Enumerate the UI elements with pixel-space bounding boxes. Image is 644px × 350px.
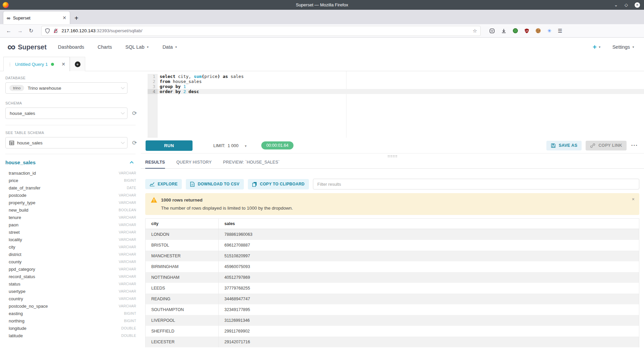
table-row[interactable]: LIVERPOOL31126991346 (146, 315, 639, 326)
schema-column-row[interactable]: countyVARCHAR (9, 258, 136, 265)
schema-column-row[interactable]: paonVARCHAR (9, 221, 136, 228)
superset-brand[interactable]: ∞ Superset (7, 42, 47, 51)
nav-item-sql-lab[interactable]: SQL Lab▼ (125, 44, 149, 50)
schema-select[interactable]: house_sales (5, 107, 127, 119)
explore-button[interactable]: EXPLORE (145, 179, 182, 189)
drag-handle-icon[interactable]: ⋮ (8, 62, 12, 67)
alert-close-icon[interactable]: × (632, 196, 635, 202)
run-button[interactable]: RUN (146, 140, 193, 151)
menu-hamburger-icon[interactable]: ☰ (558, 28, 562, 33)
schema-column-row[interactable]: usertypeVARCHAR (9, 288, 136, 295)
window-maximize-icon[interactable]: ◇ (625, 3, 628, 7)
table-select[interactable]: house_sales (5, 137, 127, 148)
add-query-tab-button[interactable]: + (70, 57, 85, 71)
schema-column-row[interactable]: postcodeVARCHAR (9, 191, 136, 199)
schema-column-row[interactable]: northingBIGINT (9, 317, 136, 324)
add-new-button[interactable]: +▼ (593, 43, 601, 51)
table-row[interactable]: SOUTHAMPTON32349177895 (146, 304, 639, 315)
shield-icon[interactable] (45, 28, 50, 34)
url-bar[interactable]: 217.160.120.143:32393/superset/sqllab/ ☆ (41, 26, 481, 36)
pocket-icon[interactable] (489, 28, 495, 34)
column-header-city[interactable]: city (146, 219, 219, 229)
schema-column-row[interactable]: streetVARCHAR (9, 228, 136, 236)
forward-icon[interactable]: → (17, 28, 23, 34)
privacy-extension-icon[interactable] (513, 28, 518, 33)
table-title[interactable]: house_sales (5, 160, 36, 165)
filter-results-input[interactable] (313, 179, 639, 189)
settings-menu[interactable]: Settings▼ (612, 44, 635, 50)
schema-column-row[interactable]: new_buildBOOLEAN (9, 206, 136, 214)
schema-column-row[interactable]: countryVARCHAR (9, 295, 136, 302)
schema-column-row[interactable]: tenureVARCHAR (9, 214, 136, 221)
sql-editor[interactable]: 1234 select city, sum(price) as salesfro… (141, 71, 644, 138)
table-row[interactable]: LEEDS37779768255 (146, 283, 639, 294)
table-row[interactable]: MANCHESTER51510820997 (146, 251, 639, 261)
refresh-tables-icon[interactable]: ⟳ (132, 139, 137, 146)
languagetool-extension-icon[interactable]: ✳ (547, 28, 551, 34)
code-line[interactable]: select city, sum(price) as sales (158, 74, 644, 79)
code-line[interactable]: group by 1 (158, 84, 644, 89)
table-row[interactable]: BIRMINGHAM45960075093 (146, 261, 639, 272)
table-row[interactable]: LEICESTER29142071716 (146, 337, 639, 347)
schema-column-row[interactable]: postcode_no_spaceVARCHAR (9, 302, 136, 310)
column-name: postcode_no_space (9, 304, 48, 309)
more-actions-button[interactable]: ... (631, 141, 638, 147)
database-select[interactable]: trino Trino warehouse (5, 82, 127, 94)
nav-item-data[interactable]: Data▼ (162, 44, 177, 50)
refresh-schemas-icon[interactable]: ⟳ (132, 110, 137, 117)
new-browser-tab-button[interactable]: + (74, 14, 78, 22)
column-type: VARCHAR (119, 171, 136, 175)
drag-handle-icon[interactable] (387, 155, 397, 157)
column-name: paon (9, 222, 18, 227)
query-tab-close-icon[interactable]: ✕ (57, 61, 65, 67)
tab-query-history[interactable]: QUERY HISTORY (176, 160, 212, 168)
copy-clipboard-button[interactable]: COPY TO CLIPBOARD (248, 179, 309, 189)
tab-results[interactable]: RESULTS (145, 160, 165, 169)
lock-crossed-icon[interactable] (53, 28, 58, 34)
table-row[interactable]: READING34468947747 (146, 294, 639, 304)
column-header-sales[interactable]: sales (219, 219, 639, 229)
back-icon[interactable]: ← (6, 28, 11, 34)
table-row[interactable]: SHEFFIELD29911769902 (146, 326, 639, 337)
schema-column-row[interactable]: districtVARCHAR (9, 251, 136, 258)
nav-item-dashboards[interactable]: Dashboards (58, 44, 84, 50)
bookmark-star-icon[interactable]: ☆ (473, 28, 477, 34)
window-close-icon[interactable]: ✕ (635, 2, 640, 8)
schema-column-row[interactable]: cityVARCHAR (9, 243, 136, 251)
results-table: city sales LONDON788861960063BRISTOL6961… (145, 218, 639, 347)
schema-column-row[interactable]: ppd_categoryVARCHAR (9, 265, 136, 273)
cookie-extension-icon[interactable] (536, 28, 541, 33)
schema-column-row[interactable]: record_statusVARCHAR (9, 273, 136, 280)
collapse-chevron-icon[interactable] (130, 161, 133, 165)
save-as-button[interactable]: SAVE AS (546, 141, 582, 150)
table-row[interactable]: BRISTOL69612708887 (146, 240, 639, 251)
table-cell: MANCHESTER (146, 251, 219, 261)
ublock-icon[interactable]: uB (524, 28, 529, 34)
downloads-icon[interactable] (501, 28, 506, 34)
schema-column-row[interactable]: latitudeDOUBLE (9, 332, 136, 339)
nav-item-charts[interactable]: Charts (98, 44, 112, 50)
table-row[interactable]: LONDON788861960063 (146, 229, 639, 240)
code-line[interactable]: from house_sales (158, 79, 644, 84)
copy-link-button[interactable]: COPY LINK (586, 141, 627, 150)
query-tab-active[interactable]: ⋮ Untitled Query 1 ✕ (3, 57, 70, 71)
schema-column-row[interactable]: localityVARCHAR (9, 236, 136, 243)
schema-column-row[interactable]: property_typeVARCHAR (9, 199, 136, 206)
code-line[interactable]: order by 2 desc (158, 89, 644, 94)
schema-column-row[interactable]: eastingBIGINT (9, 310, 136, 317)
schema-column-row[interactable]: longitudeDOUBLE (9, 324, 136, 332)
pane-divider[interactable] (141, 153, 644, 158)
schema-column-row[interactable]: priceBIGINT (9, 177, 136, 184)
limit-dropdown[interactable]: LIMIT: 1 000 ▼ (213, 143, 247, 148)
browser-tab-close-icon[interactable]: ✕ (62, 15, 66, 20)
download-csv-button[interactable]: DOWNLOAD TO CSV (186, 179, 244, 189)
table-row[interactable]: NOTTINGHAM40512797869 (146, 272, 639, 283)
reload-icon[interactable]: ↻ (29, 28, 33, 34)
tab-preview-house-sales[interactable]: PREVIEW: `HOUSE_SALES` (223, 160, 280, 168)
editor-code[interactable]: select city, sum(price) as salesfrom hou… (158, 74, 644, 94)
browser-tab[interactable]: ∞ Superset ✕ (3, 11, 70, 24)
schema-column-row[interactable]: transaction_idVARCHAR (9, 169, 136, 177)
schema-column-row[interactable]: statusVARCHAR (9, 280, 136, 288)
schema-column-row[interactable]: date_of_transferDATE (9, 184, 136, 191)
window-minimize-icon[interactable]: ⌄ (614, 3, 618, 7)
